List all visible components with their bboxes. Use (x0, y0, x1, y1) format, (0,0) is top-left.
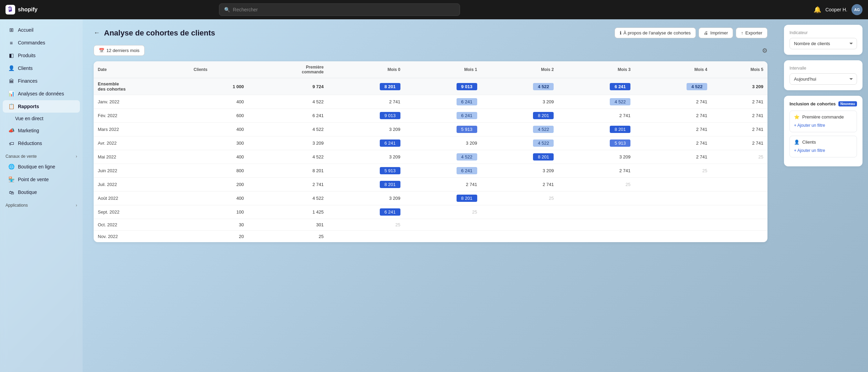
indicator-label: Indicateur (789, 30, 857, 35)
cell-premiere: 25 (248, 231, 328, 242)
sidebar-item-marketing[interactable]: 📣 Marketing (3, 124, 80, 137)
marketing-icon: 📣 (8, 127, 14, 134)
right-panel: Indicateur Nombre de clients Intervalle … (778, 19, 868, 372)
sidebar-item-point-vente[interactable]: 🏪 Point de vente (3, 173, 80, 186)
cell-mois-0: 6 241 (328, 136, 405, 150)
sidebar-item-boutique[interactable]: 🛍 Boutique (3, 186, 80, 198)
cell-mois-5: 2 741 (711, 95, 767, 109)
add-filter-premiere-button[interactable]: + Ajouter un filtre (794, 122, 825, 128)
filter-group-clients-label: Clients (802, 140, 816, 145)
cell-mois-0: 5 913 (328, 164, 405, 178)
cell-date: Juil. 2022 (94, 178, 189, 192)
sidebar-sub-item-vue-direct[interactable]: Vue en direct (3, 113, 80, 124)
cell-clients: 600 (189, 109, 248, 123)
cell-clients: 1 000 (189, 78, 248, 95)
cell-mois-5 (711, 164, 767, 178)
cell-premiere: 6 241 (248, 109, 328, 123)
cell-mois-3: 2 741 (558, 109, 635, 123)
cell-mois-1: 5 913 (405, 123, 481, 136)
table-scroll-area[interactable]: Date Clients Premièrecommande Mois 0 Moi… (94, 61, 767, 242)
cell-mois-0: 3 209 (328, 150, 405, 164)
filter-button[interactable]: ⚙ (762, 47, 767, 54)
cell-mois-1: 6 241 (405, 164, 481, 178)
cell-mois-3: 6 241 (558, 78, 635, 95)
cell-mois-3: 4 522 (558, 95, 635, 109)
cell-mois-5: 2 741 (711, 109, 767, 123)
col-mois2: Mois 2 (481, 61, 558, 78)
cell-mois-3 (558, 192, 635, 205)
sidebar-item-accueil[interactable]: ⊞ Accueil (3, 24, 80, 36)
cell-mois-2: 3 209 (481, 95, 558, 109)
products-icon: ◧ (8, 52, 14, 59)
search-box[interactable]: 🔍 (219, 3, 460, 16)
cell-mois-1: 6 241 (405, 95, 481, 109)
col-mois3: Mois 3 (558, 61, 635, 78)
cell-mois-0: 8 201 (328, 178, 405, 192)
sidebar-item-label: Point de vente (18, 177, 49, 182)
customers-icon: 👤 (8, 65, 14, 71)
col-premiere: Premièrecommande (248, 61, 328, 78)
filter-group-clients: 👤 Clients + Ajouter un filtre (789, 136, 857, 157)
cell-mois-4: 2 741 (635, 109, 711, 123)
sidebar-item-boutique-ligne[interactable]: 🌐 Boutique en ligne (3, 161, 80, 173)
top-nav-right: 🔔 Cooper H. AG (814, 4, 862, 15)
cell-premiere: 3 209 (248, 136, 328, 150)
cell-mois-4: 2 741 (635, 123, 711, 136)
cell-mois-2: 25 (481, 192, 558, 205)
cell-mois-4: 25 (635, 164, 711, 178)
filter-group-clients-header: 👤 Clients (794, 140, 853, 145)
new-badge: Nouveau (838, 101, 857, 106)
sidebar-item-finances[interactable]: 🏛 Finances (3, 75, 80, 87)
cell-mois-0: 25 (328, 219, 405, 231)
cell-clients: 200 (189, 178, 248, 192)
sidebar-item-commandes[interactable]: ≡ Commandes (3, 37, 80, 49)
search-container: 🔍 (219, 3, 460, 16)
logo[interactable]: shopify (6, 5, 38, 14)
filter-group-header: ⭐ Première commande (794, 114, 853, 120)
cell-clients: 400 (189, 95, 248, 109)
header-actions: ℹ À propos de l'analyse de cohortes 🖨 Im… (615, 28, 767, 38)
cell-mois-3: 25 (558, 178, 635, 192)
back-button[interactable]: ← (94, 29, 100, 37)
cell-mois-2: 2 741 (481, 178, 558, 192)
cell-mois-2: 8 201 (481, 150, 558, 164)
avatar[interactable]: AG (851, 4, 862, 15)
cell-mois-2: 4 522 (481, 78, 558, 95)
export-button[interactable]: ↑ Exporter (736, 28, 767, 38)
cell-mois-1: 4 522 (405, 150, 481, 164)
toolbar: 📅 12 derniers mois ⚙ (94, 45, 767, 56)
reports-icon: 📋 (8, 103, 14, 110)
inclusion-title: Inclusion de cohortes (789, 101, 836, 106)
interval-section: Intervalle Aujourd'hui (784, 60, 862, 90)
sidebar-item-produits[interactable]: ◧ Produits (3, 49, 80, 62)
cell-mois-0: 3 209 (328, 123, 405, 136)
export-icon: ↑ (741, 30, 743, 35)
table-row: Nov. 20222025 (94, 231, 767, 242)
cell-mois-5 (711, 219, 767, 231)
info-button[interactable]: ℹ À propos de l'analyse de cohortes (615, 28, 696, 38)
indicator-select[interactable]: Nombre de clients (789, 38, 857, 49)
add-filter-clients-button[interactable]: + Ajouter un filtre (794, 147, 825, 154)
orders-icon: ≡ (8, 40, 14, 46)
sidebar-item-clients[interactable]: 👤 Clients (3, 62, 80, 74)
cell-mois-1: 2 741 (405, 178, 481, 192)
notifications-button[interactable]: 🔔 (814, 6, 821, 13)
page-header: ← Analyse de cohortes de clients ℹ À pro… (94, 28, 767, 38)
table-row: Sept. 20221001 4256 24125 (94, 205, 767, 219)
print-button[interactable]: 🖨 Imprimer (699, 28, 733, 38)
col-date: Date (94, 61, 189, 78)
cell-clients: 400 (189, 123, 248, 136)
cell-mois-1: 6 241 (405, 109, 481, 123)
sidebar-item-analyses[interactable]: 📊 Analyses de données (3, 87, 80, 100)
cell-premiere: 4 522 (248, 123, 328, 136)
sidebar-item-label: Produits (18, 53, 35, 58)
search-input[interactable] (233, 7, 455, 12)
cell-premiere: 4 522 (248, 150, 328, 164)
sidebar-item-reductions[interactable]: 🏷 Réductions (3, 137, 80, 149)
search-icon: 🔍 (224, 7, 230, 12)
cell-mois-1 (405, 231, 481, 242)
cell-clients: 300 (189, 136, 248, 150)
interval-select[interactable]: Aujourd'hui (789, 73, 857, 85)
date-picker-button[interactable]: 📅 12 derniers mois (94, 45, 145, 56)
sidebar-item-rapports[interactable]: 📋 Rapports (3, 100, 80, 113)
